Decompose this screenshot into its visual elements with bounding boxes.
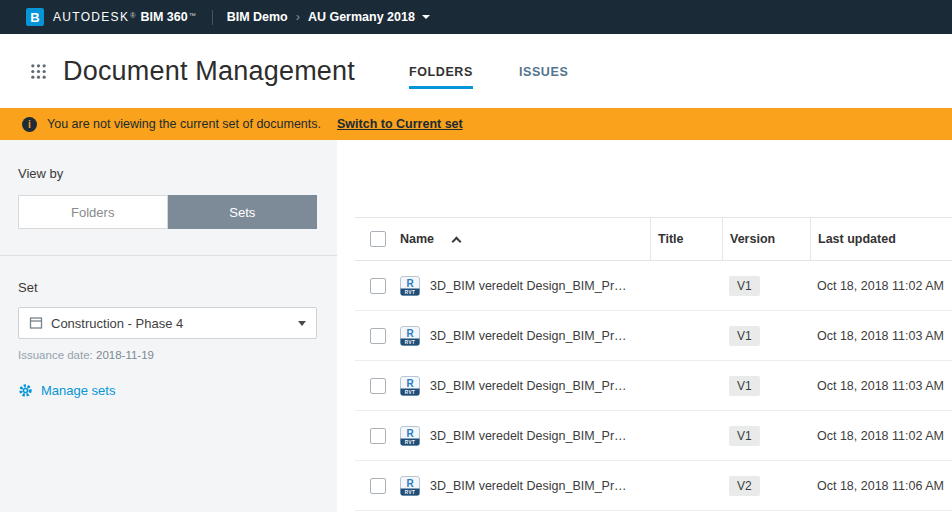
row-checkbox[interactable] [370,428,386,444]
folders-toggle-button[interactable]: Folders [18,195,168,229]
view-toggle: Folders Sets [18,195,317,229]
row-title-cell [650,461,722,510]
version-badge[interactable]: V1 [729,326,760,346]
brand-product: BIM 360 [140,10,187,24]
select-all-checkbox[interactable] [370,231,386,247]
brand-wordmark: AUTODESK ® BIM 360 ™ [53,10,198,24]
name-header-label: Name [400,232,434,246]
file-name-link[interactable]: 3D_BIM veredelt Design_BIM_Pr… [430,479,627,493]
header-check-cell [355,218,400,260]
sets-toggle-button[interactable]: Sets [168,195,318,229]
tab-folders[interactable]: FOLDERS [409,65,473,89]
version-badge[interactable]: V1 [729,376,760,396]
row-name-cell: R RVT 3D_BIM veredelt Design_BIM_Pr… [400,461,650,510]
row-name-cell: R RVT 3D_BIM veredelt Design_BIM_Pr… [400,361,650,410]
row-title-cell [650,361,722,410]
row-checkbox[interactable] [370,478,386,494]
version-badge[interactable]: V2 [729,476,760,496]
svg-text:RVT: RVT [405,440,416,445]
gear-icon [18,383,33,398]
version-badge[interactable]: V1 [729,426,760,446]
column-header-name[interactable]: Name [400,218,650,260]
page-title: Document Management [63,56,355,87]
column-header-last-updated[interactable]: Last updated [810,218,952,260]
page-header: Document Management FOLDERS ISSUES [0,34,952,108]
row-check-cell [355,261,400,310]
row-checkbox[interactable] [370,378,386,394]
revit-file-icon: R RVT [400,326,420,346]
documents-table: Name Title Version Last updated R R [355,217,952,511]
file-name-link[interactable]: 3D_BIM veredelt Design_BIM_Pr… [430,379,627,393]
sidebar: View by Folders Sets Set Construction - … [0,140,337,512]
tab-issues[interactable]: ISSUES [519,65,568,89]
warning-banner: i You are not viewing the current set of… [0,108,952,140]
apps-grid-icon[interactable] [30,63,47,80]
breadcrumb: BIM Demo › AU Germany 2018 [227,10,430,24]
column-header-version[interactable]: Version [722,218,810,260]
switch-to-current-set-link[interactable]: Switch to Current set [337,117,463,131]
svg-text:RVT: RVT [405,390,416,395]
revit-file-icon: R RVT [400,426,420,446]
row-name-cell: R RVT 3D_BIM veredelt Design_BIM_Pr… [400,411,650,460]
column-header-title[interactable]: Title [650,218,722,260]
row-last-updated-cell: Oct 18, 2018 11:06 AM [810,461,952,510]
logo-letter: B [30,10,39,25]
row-checkbox[interactable] [370,328,386,344]
table-row: R RVT 3D_BIM veredelt Design_BIM_Pr… V1 … [355,311,952,361]
set-dropdown-value: Construction - Phase 4 [51,316,183,331]
info-glyph: i [28,119,31,130]
row-version-cell: V2 [722,461,810,510]
row-check-cell [355,311,400,360]
manage-sets-link[interactable]: Manage sets [18,383,317,398]
product-trademark: ™ [189,12,196,19]
breadcrumb-project[interactable]: BIM Demo [227,10,288,24]
sidebar-divider [0,255,337,256]
set-label: Set [18,280,317,295]
revit-file-icon: R RVT [400,376,420,396]
chevron-down-icon[interactable] [422,15,430,19]
chevron-down-icon [298,321,306,326]
svg-text:R: R [406,427,414,438]
breadcrumb-set-selector[interactable]: AU Germany 2018 [308,10,415,24]
svg-text:R: R [406,377,414,388]
svg-text:RVT: RVT [405,290,416,295]
issuance-date-label: Issuance date: [18,349,93,361]
set-dropdown[interactable]: Construction - Phase 4 [18,307,317,339]
topbar-divider [212,10,213,25]
row-name-cell: R RVT 3D_BIM veredelt Design_BIM_Pr… [400,261,650,310]
row-version-cell: V1 [722,411,810,460]
row-title-cell [650,411,722,460]
sort-ascending-icon [452,236,462,246]
breadcrumb-separator: › [296,10,300,24]
svg-text:RVT: RVT [405,490,416,495]
row-name-cell: R RVT 3D_BIM veredelt Design_BIM_Pr… [400,311,650,360]
row-title-cell [650,261,722,310]
bim360-logo-icon[interactable]: B [26,8,44,26]
banner-message: You are not viewing the current set of d… [47,117,321,131]
row-check-cell [355,361,400,410]
revit-file-icon: R RVT [400,276,420,296]
row-check-cell [355,411,400,460]
row-last-updated-cell: Oct 18, 2018 11:02 AM [810,261,952,310]
row-version-cell: V1 [722,261,810,310]
row-last-updated-cell: Oct 18, 2018 11:02 AM [810,411,952,460]
tab-bar: FOLDERS ISSUES [409,65,568,89]
svg-text:R: R [406,327,414,338]
table-header-row: Name Title Version Last updated [355,217,952,261]
table-row: R RVT 3D_BIM veredelt Design_BIM_Pr… V1 … [355,411,952,461]
file-name-link[interactable]: 3D_BIM veredelt Design_BIM_Pr… [430,329,627,343]
row-check-cell [355,461,400,510]
row-checkbox[interactable] [370,278,386,294]
version-badge[interactable]: V1 [729,276,760,296]
table-row: R RVT 3D_BIM veredelt Design_BIM_Pr… V2 … [355,461,952,511]
issuance-date: Issuance date: 2018-11-19 [18,349,317,361]
row-version-cell: V1 [722,311,810,360]
file-name-link[interactable]: 3D_BIM veredelt Design_BIM_Pr… [430,429,627,443]
svg-text:R: R [406,477,414,488]
row-title-cell [650,311,722,360]
file-name-link[interactable]: 3D_BIM veredelt Design_BIM_Pr… [430,279,627,293]
table-row: R RVT 3D_BIM veredelt Design_BIM_Pr… V1 … [355,261,952,311]
manage-sets-label: Manage sets [41,383,115,398]
brand-autodesk: AUTODESK [53,10,129,24]
set-icon [29,316,43,330]
